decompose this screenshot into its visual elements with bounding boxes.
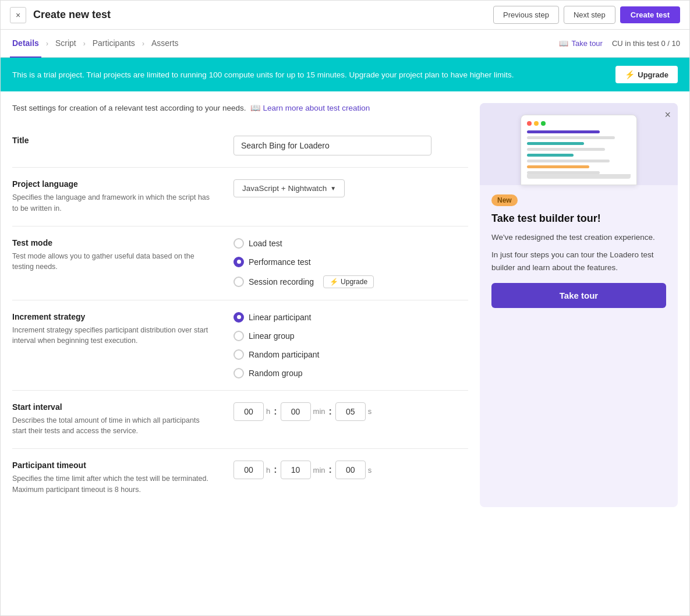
start-interval-input-col: h : min : s: [233, 402, 468, 421]
test-mode-section: Test mode Test mode allows you to gather…: [12, 226, 468, 300]
radio-linear-participant[interactable]: [233, 312, 244, 323]
participant-timeout-seconds-field: s: [335, 461, 372, 479]
time-separator-2: :: [329, 406, 332, 417]
hours-unit: h: [266, 407, 270, 416]
participant-timeout-hours-field: h: [233, 461, 270, 479]
session-recording-label: Session recording: [249, 277, 314, 286]
lightning-icon: ⚡: [625, 70, 635, 79]
participant-timeout-section: Participant timeout Specifies the time l…: [12, 449, 468, 507]
description-text: Test settings for creation of a relevant…: [12, 104, 246, 112]
increment-random-group[interactable]: Random group: [233, 368, 468, 378]
line-2: [527, 136, 615, 139]
dot-red: [527, 121, 532, 126]
radio-load-test[interactable]: [233, 238, 244, 249]
linear-participant-label: Linear participant: [249, 313, 311, 322]
participant-timeout-minutes-field: min: [281, 461, 325, 479]
linear-group-label: Linear group: [249, 331, 295, 341]
test-mode-input-col: Load test Performance test Session recor…: [233, 238, 468, 288]
test-mode-session-recording[interactable]: Session recording ⚡ Upgrade: [233, 275, 468, 288]
project-language-select[interactable]: JavaScript + Nightwatch ▼: [233, 179, 345, 197]
title-section: Title: [12, 124, 468, 168]
previous-step-button[interactable]: Previous step: [493, 6, 559, 24]
card-text-1: We've redesigned the test creation exper…: [491, 231, 666, 244]
nav-right: 📖 Take tour CU in this test 0 / 10: [559, 39, 680, 48]
chevron-icon-1: ›: [46, 40, 48, 48]
project-language-label-col: Project language Specifies the language …: [12, 179, 233, 214]
increment-strategy-label: Increment strategy: [12, 312, 233, 321]
chevron-icon-3: ›: [142, 40, 144, 48]
close-button[interactable]: ×: [10, 7, 26, 23]
dot-yellow: [534, 121, 539, 126]
learn-more-link[interactable]: 📖 Learn more about test creation: [250, 103, 370, 112]
timeout-minutes-unit: min: [313, 466, 325, 475]
line-8: [527, 171, 600, 174]
session-recording-upgrade-button[interactable]: ⚡ Upgrade: [323, 275, 374, 288]
increment-strategy-radio-group: Linear participant Linear group Random p…: [233, 312, 468, 378]
increment-linear-participant[interactable]: Linear participant: [233, 312, 468, 323]
test-mode-desc: Test mode allows you to gather useful da…: [12, 251, 210, 273]
seconds-unit: s: [368, 407, 372, 416]
radio-performance-test[interactable]: [233, 257, 244, 267]
card-title: Take test builder tour!: [491, 212, 666, 225]
radio-random-participant[interactable]: [233, 349, 244, 360]
title-label-col: Title: [12, 136, 233, 148]
start-interval-minutes-input[interactable]: [281, 402, 311, 421]
start-interval-seconds-field: s: [335, 402, 372, 421]
start-interval-hours-field: h: [233, 402, 270, 421]
trial-banner: This is a trial project. Trial projects …: [1, 58, 689, 91]
cu-info: CU in this test 0 / 10: [612, 39, 680, 48]
start-interval-hours-input[interactable]: [233, 402, 264, 421]
increment-strategy-section: Increment strategy Increment strategy sp…: [12, 300, 468, 391]
participant-timeout-label-col: Participant timeout Specifies the time l…: [12, 461, 233, 495]
start-interval-label-col: Start interval Describes the total amoun…: [12, 402, 233, 437]
performance-test-label: Performance test: [249, 257, 311, 267]
page-title: Create new test: [33, 9, 486, 21]
form-area: Test settings for creation of a relevant…: [12, 103, 480, 507]
participant-timeout-seconds-input[interactable]: [335, 461, 366, 479]
radio-linear-group[interactable]: [233, 331, 244, 341]
create-test-button[interactable]: Create test: [620, 6, 680, 23]
take-tour-button[interactable]: Take tour: [491, 283, 666, 308]
start-interval-seconds-input[interactable]: [335, 402, 366, 421]
next-step-button[interactable]: Next step: [564, 6, 615, 24]
header-actions: Previous step Next step Create test: [493, 6, 680, 24]
radio-session-recording[interactable]: [233, 277, 244, 287]
card-illustration: [480, 103, 678, 185]
test-mode-label: Test mode: [12, 238, 233, 247]
nav-tabs: Details › Script › Participants › Assert…: [1, 30, 689, 58]
radio-random-group[interactable]: [233, 368, 244, 378]
card-close-button[interactable]: ×: [664, 109, 671, 121]
title-label: Title: [12, 136, 233, 145]
lightning-small-icon: ⚡: [330, 278, 338, 286]
tab-script[interactable]: Script: [53, 30, 79, 58]
chevron-icon-2: ›: [83, 40, 86, 48]
tab-participants[interactable]: Participants: [90, 30, 137, 58]
tab-asserts[interactable]: Asserts: [149, 30, 181, 58]
test-mode-performance-test[interactable]: Performance test: [233, 257, 468, 267]
description-row: Test settings for creation of a relevant…: [12, 103, 468, 112]
test-mode-load-test[interactable]: Load test: [233, 238, 468, 249]
header: × Create new test Previous step Next ste…: [1, 1, 689, 30]
upgrade-button[interactable]: ⚡ Upgrade: [615, 66, 678, 83]
browser-lines: [527, 130, 631, 174]
participant-timeout-input-col: h : min : s: [233, 461, 468, 479]
timeout-hours-unit: h: [266, 466, 270, 475]
timeout-time-separator-2: :: [329, 465, 332, 475]
line-1: [527, 130, 600, 133]
book-icon: 📖: [250, 103, 260, 112]
increment-random-participant[interactable]: Random participant: [233, 349, 468, 360]
time-separator-1: :: [274, 406, 277, 417]
title-input[interactable]: [233, 136, 431, 155]
browser-bottom: [527, 174, 631, 179]
increment-linear-group[interactable]: Linear group: [233, 331, 468, 341]
participant-timeout-minutes-input[interactable]: [281, 461, 311, 479]
card-body: New Take test builder tour! We've redesi…: [480, 185, 678, 320]
project-language-section: Project language Specifies the language …: [12, 168, 468, 226]
line-4: [527, 148, 605, 151]
tab-details[interactable]: Details: [10, 30, 41, 58]
minutes-unit: min: [313, 407, 325, 416]
line-3: [527, 142, 584, 145]
dot-green: [541, 121, 546, 126]
participant-timeout-hours-input[interactable]: [233, 461, 264, 479]
take-tour-link[interactable]: 📖 Take tour: [559, 39, 602, 48]
